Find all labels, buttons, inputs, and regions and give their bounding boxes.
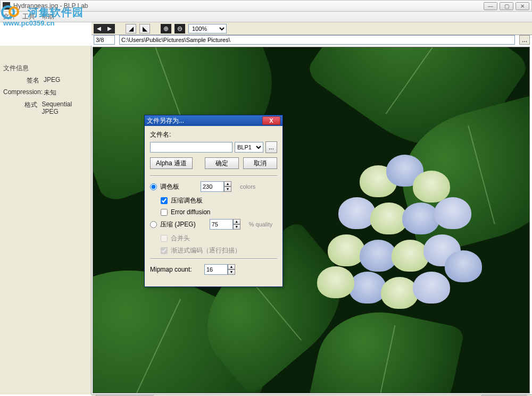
- app-icon: [3, 2, 10, 10]
- progressive-label: 渐进式编码（逐行扫描）: [171, 246, 241, 255]
- minimize-button[interactable]: —: [484, 2, 497, 10]
- browse-folder-button[interactable]: ...: [519, 35, 530, 45]
- maximize-button[interactable]: ▢: [500, 2, 513, 10]
- browse-file-button[interactable]: ...: [265, 141, 277, 153]
- next-button[interactable]: ►: [104, 24, 115, 33]
- folder-path[interactable]: C:\Users\Public\Pictures\Sample Pictures…: [119, 35, 515, 45]
- jpeg-radio[interactable]: [150, 221, 157, 228]
- mipmap-count-input[interactable]: [204, 264, 228, 275]
- filename-label: 文件名:: [150, 130, 277, 139]
- menu-bar: 文件 工具 帮助: [0, 12, 532, 22]
- path-bar: 3/8 C:\Users\Public\Pictures\Sample Pict…: [92, 35, 532, 46]
- progressive-checkbox: [161, 247, 168, 254]
- info-label: 格式: [3, 100, 41, 115]
- window-titlebar: Hydrangeas.jpg - BLP Lab — ▢ ✕: [0, 0, 532, 12]
- compress-palette-label: 压缩调色板: [171, 196, 203, 205]
- info-value: Sequential JPEG: [41, 100, 88, 115]
- info-label: 签名: [3, 76, 44, 85]
- dialog-title: 文件另存为...: [147, 116, 262, 125]
- info-label: Compression:: [3, 88, 44, 97]
- menu-file[interactable]: 文件: [3, 12, 16, 21]
- jpeg-label: 压缩 (JPEG): [160, 220, 196, 229]
- info-sidebar: 文件信息 签名 JPEG Compression: 未知 格式 Sequenti…: [0, 46, 92, 394]
- flip-v-icon[interactable]: ◣: [139, 24, 150, 33]
- image-counter: 3/8: [94, 35, 115, 45]
- merge-header-checkbox: [161, 235, 168, 242]
- info-row: 格式 Sequential JPEG: [3, 100, 88, 115]
- spin-up-icon[interactable]: ▲: [228, 264, 235, 269]
- quality-suffix: % quality: [249, 221, 273, 228]
- spin-up-icon[interactable]: ▲: [233, 219, 240, 224]
- flip-h-icon[interactable]: ◢: [126, 24, 136, 33]
- spin-down-icon[interactable]: ▼: [228, 269, 235, 275]
- alpha-channel-button[interactable]: Alpha 通道: [150, 157, 193, 169]
- ok-button[interactable]: 确定: [205, 157, 239, 169]
- info-value: JPEG: [44, 76, 60, 85]
- palette-count-input[interactable]: [201, 181, 224, 192]
- filename-input[interactable]: [150, 142, 232, 153]
- sidebar-section-title: 文件信息: [3, 64, 88, 73]
- cancel-button[interactable]: 取消: [243, 157, 277, 169]
- dialog-close-button[interactable]: X: [262, 116, 280, 125]
- window-title: Hydrangeas.jpg - BLP Lab: [13, 2, 484, 10]
- zoom-in-icon[interactable]: ⊕: [161, 24, 171, 33]
- merge-header-label: 合并头: [171, 234, 190, 243]
- save-as-dialog: 文件另存为... X 文件名: BLP1 ... Alpha 通道 确定 取消 …: [144, 115, 283, 287]
- dialog-titlebar[interactable]: 文件另存为... X: [145, 115, 282, 126]
- spin-down-icon[interactable]: ▼: [233, 224, 240, 230]
- palette-label: 调色板: [160, 182, 179, 191]
- spin-down-icon[interactable]: ▼: [224, 187, 231, 192]
- info-row: Compression: 未知: [3, 88, 88, 97]
- zoom-out-icon[interactable]: ⊖: [174, 24, 185, 33]
- info-row: 签名 JPEG: [3, 76, 88, 85]
- spin-up-icon[interactable]: ▲: [224, 181, 231, 187]
- toolbar: ◄ ► ◢ ◣ ⊕ ⊖ 100%: [92, 22, 532, 35]
- menu-help[interactable]: 帮助: [41, 12, 54, 21]
- colors-suffix: colors: [240, 183, 255, 190]
- close-button[interactable]: ✕: [516, 2, 529, 10]
- zoom-select[interactable]: 100%: [188, 24, 227, 33]
- mipmap-label: Mipmap count:: [150, 266, 201, 273]
- format-select[interactable]: BLP1: [235, 142, 263, 153]
- compress-palette-checkbox[interactable]: [161, 197, 168, 204]
- error-diffusion-label: Error diffusion: [171, 208, 210, 216]
- menu-tools[interactable]: 工具: [22, 12, 35, 21]
- error-diffusion-checkbox[interactable]: [161, 209, 168, 216]
- palette-radio[interactable]: [150, 183, 157, 190]
- jpeg-quality-input[interactable]: [210, 219, 233, 230]
- prev-button[interactable]: ◄: [94, 24, 104, 33]
- info-value: 未知: [44, 88, 56, 97]
